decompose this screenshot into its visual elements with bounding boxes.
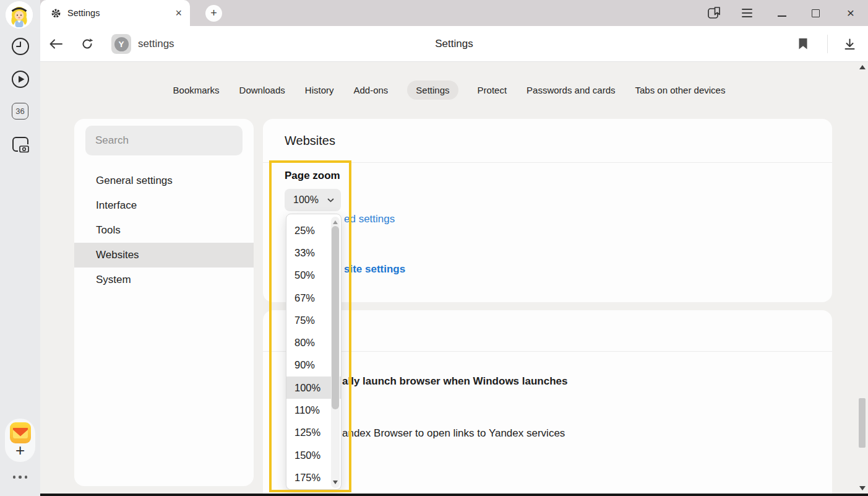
- page-scrollbar[interactable]: [857, 62, 867, 494]
- page-zoom-value: 100%: [293, 194, 319, 206]
- settings-menu: General settingsInterfaceToolsWebsitesSy…: [74, 168, 254, 292]
- window-close-button[interactable]: ×: [845, 0, 856, 26]
- search-input[interactable]: [85, 126, 243, 155]
- page-scrollbar-thumb[interactable]: [859, 398, 866, 448]
- settings-menu-item[interactable]: Tools: [74, 218, 254, 243]
- screenshot-icon[interactable]: [0, 134, 40, 154]
- tab-title: Settings: [67, 8, 169, 18]
- avatar-illustration: [6, 1, 33, 28]
- tab-counter-value: 36: [12, 103, 28, 120]
- page-zoom-dropdown: 25%33%50%67%75%80%90%100%110%125%150%175…: [286, 214, 342, 490]
- nav-divider: [827, 35, 828, 53]
- sidebar-more-button[interactable]: [0, 476, 40, 479]
- play-media-icon[interactable]: [0, 69, 40, 89]
- site-badge[interactable]: Y: [111, 34, 131, 54]
- open-links-label-fragment: andex Browser to open links to Yandex se…: [342, 427, 565, 440]
- navigation-bar: Y settings Settings: [40, 26, 868, 62]
- top-nav-item[interactable]: Tabs on other devices: [635, 80, 726, 100]
- launch-browser-label-fragment: ally launch browser when Windows launche…: [342, 375, 567, 388]
- page-zoom-select[interactable]: 100%: [285, 189, 341, 211]
- settings-menu-item[interactable]: System: [74, 268, 254, 292]
- top-nav-item[interactable]: History: [304, 80, 335, 100]
- page-zoom-label: Page zoom: [285, 170, 340, 182]
- history-icon[interactable]: [0, 37, 40, 56]
- top-nav-item[interactable]: Bookmarks: [173, 80, 220, 100]
- top-nav-item[interactable]: Downloads: [239, 80, 286, 100]
- top-nav-item[interactable]: Add-ons: [353, 80, 389, 100]
- new-tab-button[interactable]: +: [205, 5, 222, 22]
- bookmark-icon[interactable]: [798, 26, 808, 62]
- maximize-button[interactable]: [810, 0, 820, 26]
- launch-settings-card: ally launch browser when Windows launche…: [263, 310, 832, 496]
- active-tab[interactable]: Settings ×: [40, 0, 190, 26]
- refresh-icon[interactable]: [81, 26, 93, 62]
- chevron-down-icon: [327, 198, 334, 202]
- websites-card: Websites Page zoom 100% ed settings site…: [263, 119, 832, 302]
- gear-icon: [51, 8, 61, 19]
- settings-menu-item[interactable]: Interface: [74, 193, 254, 218]
- back-icon[interactable]: [48, 26, 63, 62]
- bookmarks-panel-icon[interactable]: [706, 0, 722, 26]
- page-scroll-down-icon[interactable]: [859, 486, 866, 490]
- top-nav-item[interactable]: Protect: [477, 80, 508, 100]
- user-avatar[interactable]: [6, 1, 33, 28]
- close-tab-icon[interactable]: ×: [175, 7, 182, 19]
- settings-menu-item[interactable]: Websites: [74, 243, 254, 268]
- websites-heading: Websites: [263, 119, 832, 163]
- app-sidebar: 36 +: [0, 0, 40, 496]
- browser-window: 36 +: [0, 0, 868, 496]
- page-scroll-up-icon[interactable]: [859, 65, 866, 69]
- minimize-button[interactable]: [777, 0, 787, 26]
- dropdown-scrollbar[interactable]: [331, 217, 340, 488]
- address-bar-text[interactable]: settings: [138, 26, 174, 62]
- sidebar-services-pill: +: [5, 419, 35, 462]
- yandex-logo: Y: [114, 37, 129, 51]
- tab-bar: Settings × + ×: [40, 0, 868, 26]
- download-icon[interactable]: [844, 26, 856, 62]
- advanced-settings-link-fragment[interactable]: ed settings: [344, 213, 395, 225]
- tab-counter-badge[interactable]: 36: [0, 103, 40, 120]
- settings-sidebar-card: General settingsInterfaceToolsWebsitesSy…: [74, 119, 254, 486]
- card-heading-divider: [263, 310, 832, 352]
- scroll-up-icon[interactable]: [333, 220, 338, 224]
- add-service-button[interactable]: +: [5, 441, 35, 459]
- settings-top-nav: BookmarksDownloadsHistoryAdd-onsSettings…: [40, 80, 858, 100]
- menu-icon[interactable]: [741, 0, 753, 26]
- site-settings-link-fragment[interactable]: site settings: [344, 263, 405, 276]
- window-bottom-edge: [40, 494, 868, 496]
- top-nav-item[interactable]: Passwords and cards: [526, 80, 616, 100]
- settings-menu-item[interactable]: General settings: [74, 168, 254, 193]
- top-nav-item[interactable]: Settings: [407, 80, 458, 100]
- scroll-down-icon[interactable]: [333, 481, 338, 484]
- dropdown-scrollbar-thumb[interactable]: [332, 226, 339, 409]
